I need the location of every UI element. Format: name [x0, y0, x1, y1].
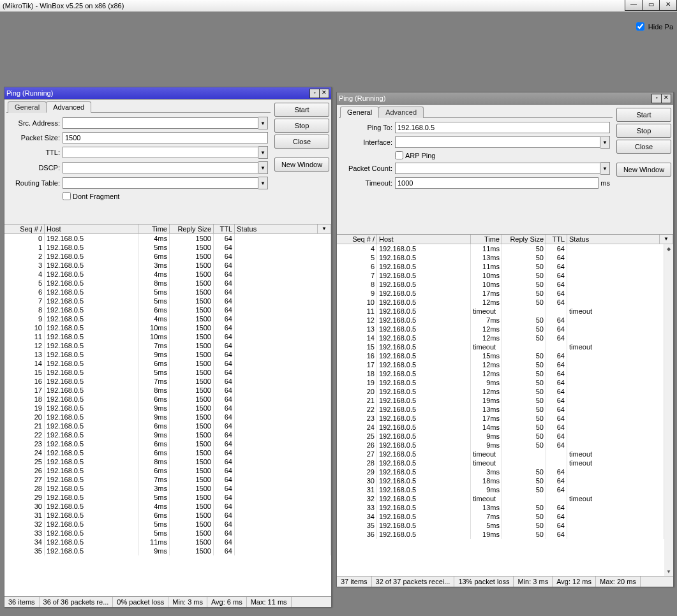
table-row[interactable]: 4192.168.0.511ms5064	[337, 244, 664, 253]
start-button[interactable]: Start	[274, 103, 329, 117]
table-row[interactable]: 13192.168.0.512ms5064	[337, 325, 664, 334]
table-row[interactable]: 1192.168.0.55ms150064	[4, 243, 331, 252]
col-ttl[interactable]: TTL	[214, 224, 235, 233]
table-row[interactable]: 21192.168.0.519ms5064	[337, 396, 664, 405]
table-row[interactable]: 10192.168.0.510ms150064	[4, 323, 331, 332]
table-row[interactable]: 8192.168.0.510ms5064	[337, 280, 664, 289]
table-row[interactable]: 14192.168.0.512ms5064	[337, 334, 664, 342]
table-row[interactable]: 7192.168.0.55ms150064	[4, 297, 331, 305]
dropdown-icon[interactable]: ▼	[258, 146, 268, 159]
table-row[interactable]: 25192.168.0.59ms5064	[337, 432, 664, 441]
col-time[interactable]: Time	[471, 235, 502, 244]
table-row[interactable]: 12192.168.0.57ms150064	[4, 341, 331, 350]
table-row[interactable]: 24192.168.0.56ms150064	[4, 448, 331, 457]
table-row[interactable]: 22192.168.0.513ms5064	[337, 405, 664, 414]
ping-to-input[interactable]	[395, 122, 610, 133]
col-status[interactable]: Status	[567, 235, 673, 244]
close-button[interactable]: ✕	[659, 0, 677, 11]
col-seq[interactable]: Seq # /	[337, 235, 377, 244]
table-row[interactable]: 15192.168.0.5timeouttimeout	[337, 342, 664, 351]
dropdown-icon[interactable]: ▼	[600, 162, 610, 175]
tab-advanced[interactable]: Advanced	[46, 101, 91, 113]
table-row[interactable]: 20192.168.0.512ms5064	[337, 387, 664, 396]
table-row[interactable]: 28192.168.0.53ms150064	[4, 484, 331, 493]
dropdown-icon[interactable]: ▼	[258, 161, 268, 174]
table-row[interactable]: 28192.168.0.5timeouttimeout	[337, 458, 664, 467]
table-row[interactable]: 3192.168.0.53ms150064	[4, 261, 331, 270]
table-row[interactable]: 33192.168.0.513ms5064	[337, 503, 664, 512]
window1-titlebar[interactable]: Ping (Running) ▫ ✕	[4, 87, 331, 99]
table-row[interactable]: 9192.168.0.517ms5064	[337, 289, 664, 298]
scroll-down-icon[interactable]: ▼	[664, 567, 673, 576]
table-row[interactable]: 27192.168.0.57ms150064	[4, 475, 331, 484]
dscp-input[interactable]	[63, 162, 258, 173]
table-row[interactable]: 34192.168.0.57ms5064	[337, 512, 664, 521]
timeout-input[interactable]	[395, 177, 599, 189]
dropdown-icon[interactable]: ▼	[258, 177, 268, 189]
minimize-button[interactable]: —	[625, 0, 643, 11]
table-row[interactable]: 10192.168.0.512ms5064	[337, 298, 664, 307]
table-row[interactable]: 0192.168.0.54ms150064	[4, 234, 331, 243]
routing-table-input[interactable]	[63, 177, 258, 189]
table-row[interactable]: 26192.168.0.56ms150064	[4, 466, 331, 475]
table-row[interactable]: 27192.168.0.5timeouttimeout	[337, 450, 664, 458]
table-row[interactable]: 6192.168.0.55ms150064	[4, 288, 331, 297]
table-row[interactable]: 19192.168.0.59ms150064	[4, 404, 331, 413]
scrollbar[interactable]: ◆ ▼	[664, 244, 673, 576]
tab-general[interactable]: General	[8, 101, 47, 113]
table-row[interactable]: 18192.168.0.56ms150064	[4, 395, 331, 404]
stop-button[interactable]: Stop	[616, 124, 671, 138]
table-row[interactable]: 11192.168.0.510ms150064	[4, 332, 331, 341]
table-row[interactable]: 20192.168.0.59ms150064	[4, 413, 331, 422]
dropdown-icon[interactable]: ▼	[600, 136, 610, 149]
table-row[interactable]: 13192.168.0.59ms150064	[4, 350, 331, 359]
window2-close-icon[interactable]: ✕	[661, 94, 671, 103]
table-row[interactable]: 9192.168.0.54ms150064	[4, 314, 331, 323]
dropdown-icon[interactable]: ▼	[258, 117, 268, 129]
table-row[interactable]: 11192.168.0.5timeouttimeout	[337, 307, 664, 316]
window2-minimize-icon[interactable]: ▫	[651, 94, 662, 103]
arp-ping-checkbox[interactable]	[395, 151, 403, 159]
new-window-button[interactable]: New Window	[616, 163, 671, 177]
dont-fragment-checkbox[interactable]	[63, 192, 71, 200]
table-row[interactable]: 31192.168.0.59ms5064	[337, 485, 664, 494]
table-row[interactable]: 7192.168.0.510ms5064	[337, 271, 664, 280]
col-seq[interactable]: Seq # /	[4, 224, 45, 233]
table-row[interactable]: 2192.168.0.56ms150064	[4, 252, 331, 261]
tab-advanced[interactable]: Advanced	[378, 106, 424, 118]
col-reply[interactable]: Reply Size	[502, 235, 546, 244]
table-row[interactable]: 25192.168.0.58ms150064	[4, 457, 331, 466]
table-row[interactable]: 21192.168.0.56ms150064	[4, 422, 331, 430]
scroll-up-icon[interactable]: ◆	[664, 244, 673, 253]
table-row[interactable]: 23192.168.0.517ms5064	[337, 414, 664, 423]
table-row[interactable]: 5192.168.0.513ms5064	[337, 253, 664, 262]
table-row[interactable]: 5192.168.0.58ms150064	[4, 279, 331, 288]
table-row[interactable]: 24192.168.0.514ms5064	[337, 423, 664, 432]
stop-button[interactable]: Stop	[274, 119, 329, 133]
interface-input[interactable]	[395, 136, 600, 148]
header-dropdown-icon[interactable]: ▼	[317, 224, 331, 233]
table-row[interactable]: 8192.168.0.56ms150064	[4, 305, 331, 314]
table-row[interactable]: 32192.168.0.5timeouttimeout	[337, 494, 664, 503]
header-dropdown-icon[interactable]: ▼	[659, 235, 673, 244]
col-reply[interactable]: Reply Size	[170, 224, 214, 233]
tab-general[interactable]: General	[340, 106, 379, 118]
table-row[interactable]: 31192.168.0.56ms150064	[4, 511, 331, 520]
table-row[interactable]: 26192.168.0.59ms5064	[337, 441, 664, 450]
table-row[interactable]: 22192.168.0.59ms150064	[4, 430, 331, 439]
table-row[interactable]: 19192.168.0.59ms5064	[337, 378, 664, 387]
col-host[interactable]: Host	[377, 235, 471, 244]
table-row[interactable]: 18192.168.0.512ms5064	[337, 369, 664, 378]
table-row[interactable]: 4192.168.0.54ms150064	[4, 270, 331, 279]
close-button[interactable]: Close	[274, 135, 329, 149]
table-row[interactable]: 14192.168.0.56ms150064	[4, 359, 331, 368]
table-row[interactable]: 15192.168.0.55ms150064	[4, 368, 331, 377]
col-time[interactable]: Time	[138, 224, 170, 233]
start-button[interactable]: Start	[616, 108, 671, 122]
table-row[interactable]: 30192.168.0.54ms150064	[4, 502, 331, 511]
hide-panel-checkbox[interactable]	[636, 22, 644, 31]
table-row[interactable]: 16192.168.0.515ms5064	[337, 351, 664, 360]
close-button[interactable]: Close	[616, 140, 671, 154]
ttl-input[interactable]	[63, 147, 258, 158]
new-window-button[interactable]: New Window	[274, 158, 329, 172]
